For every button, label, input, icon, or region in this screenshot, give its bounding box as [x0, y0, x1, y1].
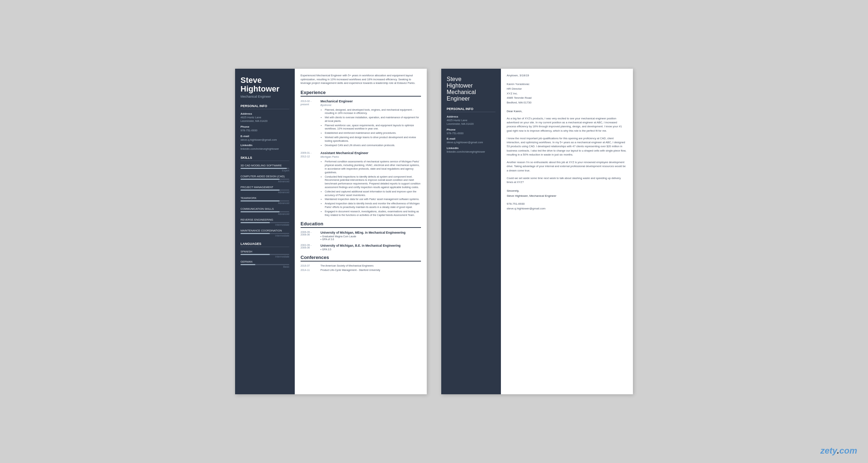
- lang-german: GERMAN: [241, 260, 289, 263]
- cl-paragraph-3: Another reason I'm so enthusiastic about…: [507, 160, 627, 173]
- edu-detail-2a: • GPA 3.5: [320, 248, 421, 251]
- bullet: Worked with planning and design teams to…: [325, 136, 421, 143]
- skill-bar-pm: [241, 190, 289, 191]
- personal-info-heading: Personal Info: [241, 104, 289, 109]
- experience-heading: Experience: [301, 90, 421, 97]
- resume-summary: Experienced Mechanical Engineer with 5+ …: [301, 74, 421, 85]
- skill-bar-comm: [241, 211, 289, 212]
- page-container: SteveHightower Mechanical Engineer Perso…: [235, 69, 633, 394]
- edu-content-1: University of Michigan, MEng. in Mechani…: [320, 231, 421, 241]
- skill-bar-maintenance: [241, 233, 289, 234]
- cl-email-label: E-mail: [447, 137, 495, 140]
- exp-dates-2: 2009-01 -2012-12: [301, 151, 320, 217]
- resume-document: SteveHightower Mechanical Engineer Perso…: [235, 69, 427, 394]
- cl-paragraph-4: Could we set aside some time next week t…: [507, 176, 627, 184]
- exp-content-2: Assistant Mechanical Engineer Michigan P…: [320, 151, 421, 217]
- skill-bar-spanish: [241, 254, 289, 255]
- skill-name-maintenance: MAINTENANCE COORDINATION: [241, 229, 289, 232]
- edu-detail-1a: • Graduated Magna Cum Laude: [320, 235, 421, 238]
- cl-main: Anytown, 3/18/19 Karen Yurastovac HR Dir…: [501, 69, 633, 394]
- phone-value: 978-751-6930: [241, 129, 289, 132]
- cl-address-value: 4625 Huntz LaneLeominster, MA 01420: [447, 119, 495, 126]
- email-label: E-mail: [241, 135, 289, 138]
- email-value: steve.q.hightower@gmail.com: [241, 138, 289, 142]
- bullet: Established and reinforced maintenance a…: [325, 131, 421, 135]
- cl-closing: Sincerely, Steve Hightower, Mechanical E…: [507, 188, 627, 198]
- edu-item-meng: 2006-09 -2008-06 University of Michigan,…: [301, 231, 421, 241]
- bullet: Met with clients to oversee installation…: [325, 116, 421, 123]
- conf-date-1: 2016-07: [301, 264, 320, 267]
- skill-level-cad-modeling: Expert: [241, 169, 289, 172]
- zety-text: zety: [820, 446, 837, 455]
- bullet: Engaged in document research, investigat…: [325, 210, 421, 217]
- conf-name-1: The American Society of Mechanical Engin…: [320, 264, 374, 267]
- skill-bar-cad: [241, 179, 289, 180]
- bullet: Planned workforce use, space requirement…: [325, 124, 421, 131]
- linkedin-label: LinkedIn: [241, 144, 289, 147]
- exp-content-1: Mechanical Engineer Bystronic Planned, d…: [320, 99, 421, 148]
- exp-title-1: Mechanical Engineer: [320, 99, 421, 103]
- edu-detail-1b: • GPA of 3.6: [320, 238, 421, 241]
- cover-letter-document: SteveHightower Mechanical Engineer Perso…: [441, 69, 633, 394]
- skill-level-cad: Advanced: [241, 180, 289, 183]
- edu-dates-2: 2002-09 -2006-06: [301, 244, 320, 251]
- resume-title: Mechanical Engineer: [241, 95, 289, 98]
- address-value: 4625 Huntz LaneLeominster, MA 01420: [241, 116, 289, 123]
- skill-bar-german: [241, 264, 289, 265]
- exp-company-2: Michigan Parks: [320, 155, 421, 158]
- skill-level-comm: Advanced: [241, 213, 289, 215]
- skill-name-cad-modeling: 3D CAD MODELING SOFTWARE: [241, 164, 289, 167]
- linkedin-value: linkedin.com/in/steveghightower: [241, 147, 289, 151]
- education-heading: Education: [301, 221, 421, 228]
- edu-item-be: 2002-09 -2006-06 University of Michigan,…: [301, 244, 421, 251]
- skill-name-reverse: REVERSE ENGINEERING: [241, 218, 289, 221]
- edu-dates-1: 2006-09 -2008-06: [301, 231, 320, 241]
- cl-paragraph-2: I know the most important job qualificat…: [507, 136, 627, 157]
- edu-degree-1: University of Michigan, MEng. in Mechani…: [320, 231, 421, 234]
- skill-bar-reverse: [241, 222, 289, 223]
- conf-name-2: Product Life-Cycle Management - Stanford…: [320, 269, 380, 271]
- skill-level-spanish: Intermediate: [241, 255, 289, 258]
- zety-com: com: [839, 446, 857, 455]
- cl-date: Anytown, 3/18/19: [507, 74, 627, 77]
- exp-dates-1: 2013-02 -present: [301, 99, 320, 148]
- resume-sidebar: SteveHightower Mechanical Engineer Perso…: [235, 69, 295, 394]
- resume-main: Experienced Mechanical Engineer with 5+ …: [295, 69, 427, 394]
- skill-level-teamwork: Advanced: [241, 202, 289, 204]
- edu-degree-2: University of Michigan, B.E. in Mechanic…: [320, 244, 421, 247]
- cl-linkedin-label: LinkedIn: [447, 146, 495, 150]
- cl-recipient: Karen Yurastovac HR Director XYZ Inc. 49…: [507, 82, 627, 105]
- bullet: Analyzed inspection data to identify tre…: [325, 202, 421, 209]
- bullet: Collected and captured additional asset …: [325, 190, 421, 197]
- conf-item-1: 2016-07 The American Society of Mechanic…: [301, 264, 421, 267]
- skill-bar-teamwork: [241, 200, 289, 201]
- edu-content-2: University of Michigan, B.E. in Mechanic…: [320, 244, 421, 251]
- bullet: Developed CAN and LIN drivers and commun…: [325, 144, 421, 147]
- skill-level-maintenance: Intermediate: [241, 234, 289, 237]
- skill-level-reverse: Intermediate: [241, 224, 289, 226]
- cl-salutation: Dear Karen,: [507, 110, 627, 113]
- cl-contact: 978-751-6930 steve.q.hightower@gmail.com: [507, 201, 627, 211]
- phone-label: Phone: [241, 125, 289, 128]
- skills-heading: Skills: [241, 156, 289, 161]
- resume-name: SteveHightower: [241, 76, 289, 93]
- conf-date-2: 2014-11: [301, 269, 320, 271]
- skill-bar-cad-modeling: [241, 168, 289, 169]
- zety-dot: .: [837, 446, 839, 455]
- cl-sidebar: SteveHightower Mechanical Engineer Perso…: [441, 69, 501, 394]
- conferences-heading: Conferences: [301, 255, 421, 262]
- cl-address-label: Address: [447, 115, 495, 118]
- exp-title-2: Assistant Mechanical Engineer: [320, 151, 421, 155]
- conf-item-2: 2014-11 Product Life-Cycle Management - …: [301, 269, 421, 271]
- skill-name-teamwork: TEAMWORK: [241, 196, 289, 200]
- skill-level-german: Basic: [241, 266, 289, 268]
- bullet: Maintained inspection data for use with …: [325, 197, 421, 201]
- exp-bullets-1: Planned, designed, and developed tools, …: [320, 108, 421, 147]
- bullet: Planned, designed, and developed tools, …: [325, 108, 421, 115]
- exp-item-bystronic: 2013-02 -present Mechanical Engineer Bys…: [301, 99, 421, 148]
- address-label: Address: [241, 112, 289, 115]
- cl-linkedin-value: linkedin.com/in/steveghightower: [447, 150, 495, 154]
- cl-personal-info-heading: Personal Info: [447, 107, 495, 112]
- languages-heading: Languages: [241, 242, 289, 247]
- cl-title: Mechanical Engineer: [447, 89, 495, 102]
